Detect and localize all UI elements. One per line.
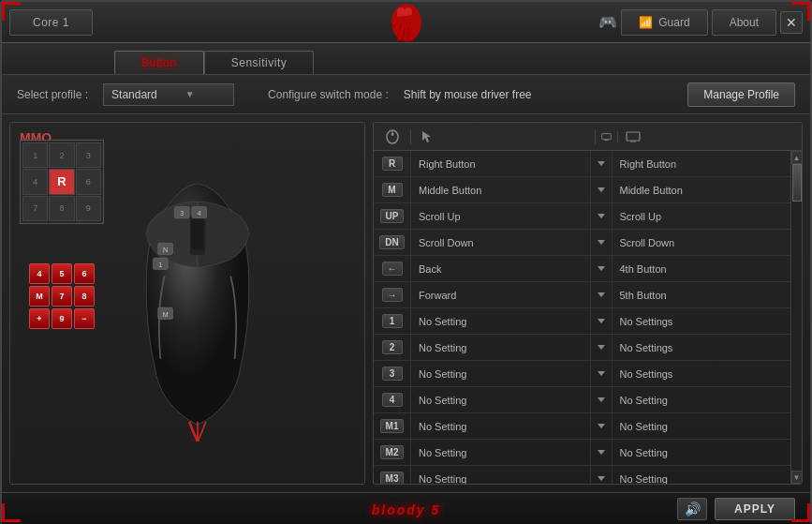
key-badge[interactable]: M2: [380, 445, 405, 459]
wifi-icon: 📶: [639, 16, 653, 29]
row-dropdown1[interactable]: [590, 413, 613, 439]
svg-text:4: 4: [198, 210, 201, 217]
row-action2[interactable]: No Setting: [613, 387, 791, 412]
row-key: 2: [374, 335, 411, 360]
key-badge[interactable]: 4: [382, 393, 403, 407]
row-action1[interactable]: Right Button: [411, 151, 590, 176]
row-action1[interactable]: No Setting: [411, 335, 590, 360]
row-action1[interactable]: Scroll Up: [411, 203, 590, 229]
svg-point-15: [391, 132, 393, 135]
keypad-btn-plus[interactable]: +: [29, 308, 50, 329]
grid-cell-3[interactable]: 3: [76, 142, 101, 168]
grid-cell-4[interactable]: 4: [22, 169, 48, 194]
row-key: R: [374, 151, 411, 176]
svg-rect-2: [192, 218, 203, 250]
keypad-btn-m[interactable]: M: [29, 286, 50, 307]
nav-tab-guard[interactable]: 📶 Guard: [621, 9, 707, 36]
row-action2[interactable]: No Setting: [613, 440, 791, 465]
row-dropdown1[interactable]: [590, 177, 613, 202]
side-keypad: 4 5 6 M 7 8 + 9 −: [29, 263, 95, 352]
key-badge[interactable]: 1: [382, 314, 403, 328]
table-row: 3 No Setting No Settings: [374, 361, 790, 387]
table-row: → Forward 5th Button: [374, 282, 790, 308]
key-badge[interactable]: UP: [380, 209, 405, 223]
row-action2[interactable]: 5th Button: [613, 282, 791, 307]
row-action2[interactable]: Scroll Up: [613, 203, 791, 229]
row-dropdown1[interactable]: [590, 387, 613, 412]
row-action2[interactable]: No Settings: [613, 308, 791, 334]
row-action1[interactable]: No Setting: [411, 440, 590, 465]
row-dropdown1[interactable]: [590, 203, 613, 229]
apply-button[interactable]: APPLY: [715, 498, 795, 520]
dropdown-arrow-icon: [598, 371, 605, 376]
key-badge[interactable]: M: [382, 183, 403, 197]
bottom-right-buttons: 🔊 APPLY: [677, 498, 795, 520]
grid-cell-9[interactable]: 9: [76, 196, 101, 221]
manage-profile-button[interactable]: Manage Profile: [687, 82, 795, 107]
grid-cell-1[interactable]: 1: [22, 142, 48, 168]
keypad-btn-7[interactable]: 7: [52, 286, 72, 307]
logo-svg: [388, 0, 425, 45]
row-action2[interactable]: No Setting: [613, 413, 791, 439]
grid-cell-7[interactable]: 7: [22, 196, 48, 221]
grid-cell-2[interactable]: 2: [49, 142, 74, 168]
keypad-btn-4[interactable]: 4: [29, 263, 50, 284]
brand-label: bloody 5: [372, 502, 441, 517]
scroll-down-btn[interactable]: ▼: [791, 471, 803, 484]
row-action1[interactable]: No Setting: [411, 361, 590, 386]
key-badge[interactable]: M3: [380, 472, 405, 484]
scrollbar[interactable]: ▲ ▼: [790, 151, 802, 484]
key-badge[interactable]: DN: [379, 235, 404, 249]
key-badge[interactable]: →: [382, 288, 403, 302]
row-action2[interactable]: No Settings: [613, 335, 791, 360]
row-action1[interactable]: Middle Button: [411, 177, 590, 202]
row-key: M1: [374, 413, 411, 439]
key-badge[interactable]: R: [382, 157, 403, 171]
sound-button[interactable]: 🔊: [677, 498, 707, 520]
row-dropdown1[interactable]: [590, 256, 613, 281]
key-badge[interactable]: M1: [380, 419, 405, 433]
row-action1[interactable]: No Setting: [411, 387, 590, 412]
row-dropdown1[interactable]: [590, 308, 613, 334]
row-action1[interactable]: No Setting: [411, 308, 590, 334]
row-dropdown1[interactable]: [590, 230, 613, 255]
row-action1[interactable]: No Setting: [411, 466, 590, 484]
keypad-btn-5[interactable]: 5: [52, 263, 72, 284]
row-action1[interactable]: Forward: [411, 282, 590, 307]
row-dropdown1[interactable]: [590, 151, 613, 176]
row-action1[interactable]: No Setting: [411, 413, 590, 439]
row-action2[interactable]: Right Button: [613, 151, 791, 176]
row-action1[interactable]: Back: [411, 256, 590, 281]
keypad-btn-9[interactable]: 9: [52, 308, 72, 329]
row-dropdown1[interactable]: [590, 466, 613, 484]
grid-cell-6[interactable]: 6: [76, 169, 101, 194]
keypad-btn-minus[interactable]: −: [74, 308, 95, 329]
grid-cell-8[interactable]: 8: [49, 196, 74, 221]
nav-tab-about[interactable]: About: [712, 9, 776, 36]
keypad-btn-8[interactable]: 8: [74, 286, 95, 307]
row-action2[interactable]: No Settings: [613, 361, 791, 386]
row-action2[interactable]: Scroll Down: [613, 230, 791, 255]
dropdown-arrow-icon: [598, 319, 605, 323]
grid-cell-r[interactable]: R: [49, 169, 74, 194]
row-dropdown1[interactable]: [590, 440, 613, 465]
key-badge[interactable]: 3: [382, 367, 403, 381]
monitor-icon: [601, 131, 612, 142]
row-action2[interactable]: No Setting: [613, 466, 791, 484]
row-dropdown1[interactable]: [590, 335, 613, 360]
row-dropdown1[interactable]: [590, 361, 613, 386]
row-action1[interactable]: Scroll Down: [411, 230, 590, 255]
profile-select-dropdown[interactable]: Standard ▼: [103, 83, 234, 106]
row-key: M: [374, 177, 411, 202]
tab-button[interactable]: Button: [114, 51, 204, 74]
nav-tab-core1[interactable]: Core 1: [9, 9, 93, 36]
row-action2[interactable]: Middle Button: [613, 177, 791, 202]
scroll-thumb[interactable]: [792, 164, 802, 202]
tab-sensitivity[interactable]: Sensitivity: [204, 51, 315, 74]
row-dropdown1[interactable]: [590, 282, 613, 307]
keypad-btn-6[interactable]: 6: [74, 263, 95, 284]
row-action2[interactable]: 4th Button: [613, 256, 791, 281]
key-badge[interactable]: ←: [382, 262, 403, 276]
scroll-up-btn[interactable]: ▲: [791, 151, 803, 164]
key-badge[interactable]: 2: [382, 340, 403, 354]
